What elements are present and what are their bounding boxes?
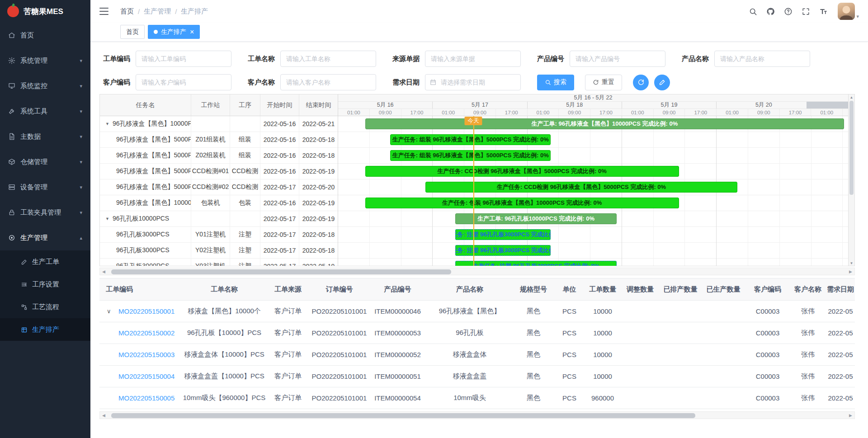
filter-field: 客户名称 [248, 74, 376, 90]
gantt-task-row[interactable]: 96孔孔板3000PCSY03注塑机注塑2022-05-172022-05-19 [100, 259, 338, 266]
scroll-right-arrow-icon[interactable]: ▶ [847, 269, 854, 274]
tab-生产排产[interactable]: 生产排产× [148, 25, 200, 39]
scroll-right-arrow-icon[interactable]: ▶ [847, 413, 854, 418]
user-menu[interactable]: ▾ [838, 3, 859, 20]
gantt-task-end: 2022-05-19 [299, 259, 338, 266]
gantt-task-row[interactable]: 96孔移液盒【黑色】5000PCSCCD检测#02CCD检测2022-05-17… [100, 179, 338, 195]
gantt-task-row[interactable]: 96孔孔板3000PCSY02注塑机注塑2022-05-172022-05-18 [100, 243, 338, 259]
gantt-task-row[interactable]: ▼96孔孔板10000PCS2022-05-172022-05-19 [100, 211, 338, 227]
breadcrumb-item[interactable]: 生产管理 [144, 7, 171, 16]
scroll-left-arrow-icon[interactable]: ◀ [100, 269, 108, 274]
sidebar-subitem-工序设置[interactable]: 工序设置 [0, 273, 90, 296]
table-hscroll-thumb[interactable] [111, 413, 695, 418]
workorder-link[interactable]: MO202205150001 [118, 307, 175, 315]
table-row[interactable]: MO202205150003移液盒盒体【10000】PCS客户订单PO20220… [99, 344, 855, 366]
gantt-task-row[interactable]: 96孔孔板3000PCSY01注塑机注塑2022-05-172022-05-18 [100, 227, 338, 243]
table-row[interactable]: MO202205150004移液盒盒盖【10000】PCS客户订单PO20220… [99, 366, 855, 387]
gantt-task-bar[interactable]: 生产任务: 包装 96孔移液盒【黑色】10000PCS 完成比例: 0% [365, 198, 679, 208]
reset-button[interactable]: 重置 [585, 75, 622, 90]
table-cell [621, 366, 660, 387]
workorder-code-cell: MO202205150003 [99, 344, 183, 365]
gantt-hscroll-thumb[interactable] [111, 269, 451, 274]
workorder-link[interactable]: MO202205150002 [118, 329, 175, 337]
gantt-task-bar[interactable]: 生产任务: 注塑 96孔孔板3000PCS 完成比例: 0% [455, 261, 616, 266]
edit-circle-button[interactable] [654, 75, 670, 90]
app-logo[interactable]: 苦糖果MES [0, 0, 90, 23]
gantt-hscroll-track[interactable] [108, 268, 847, 275]
gantt-vscroll-track[interactable] [849, 100, 854, 260]
workorder-link[interactable]: MO202205150005 [118, 394, 175, 402]
filter-input-需求日期[interactable] [425, 74, 521, 90]
help-icon[interactable] [781, 4, 795, 19]
gantt-header-scrollbar-thumb[interactable] [807, 102, 848, 108]
table-row[interactable]: MO20220515000510mm吸头【960000】PCS客户订单PO202… [99, 387, 855, 409]
collapse-menu-icon[interactable] [99, 8, 108, 15]
search-button[interactable]: 搜索 [537, 75, 574, 90]
workorder-table: 工单编码工单名称工单来源订单编号产品编号产品名称规格型号单位工单数量调整数量已排… [99, 278, 855, 409]
table-cell: 客户订单 [266, 344, 310, 365]
gantt-task-bar[interactable]: 生产任务: CCD检测 96孔移液盒【黑色】5000PCS 完成比例: 0% [365, 166, 679, 177]
gantt-task-row[interactable]: 96孔移液盒【黑色】5000PCSZ01组装机组装2022-05-162022-… [100, 132, 338, 148]
filter-input-工单编码[interactable] [136, 51, 231, 67]
sidebar-item-系统监控[interactable]: 系统监控▾ [0, 73, 90, 99]
gantt-task-row[interactable]: 96孔移液盒【黑色】5000PCSZ02组装机组装2022-05-162022-… [100, 148, 338, 164]
scroll-down-arrow-icon[interactable]: ▼ [850, 260, 854, 266]
sidebar-item-工装夹具管理[interactable]: 工装夹具管理▾ [0, 200, 90, 225]
fullscreen-icon[interactable] [799, 4, 812, 19]
collapse-triangle-icon[interactable]: ▼ [105, 217, 109, 221]
gantt-project-bar[interactable]: 生产工单: 96孔移液盒【黑色】10000PCS 完成比例: 0% [365, 118, 844, 129]
gantt-task-row[interactable]: 96孔移液盒【黑色】5000PCSCCD检测#01CCD检测2022-05-16… [100, 164, 338, 179]
table-row[interactable]: MO20220515000296孔孔板【10000】PCS客户订单PO20220… [99, 322, 855, 344]
filter-field: 需求日期 [392, 74, 521, 90]
sidebar-item-设备管理[interactable]: 设备管理▾ [0, 174, 90, 200]
tab-首页[interactable]: 首页 [120, 25, 145, 39]
workorder-link[interactable]: MO202205150003 [118, 351, 175, 358]
filter-input-产品名称[interactable] [714, 51, 810, 67]
gantt-task-row[interactable]: 96孔移液盒【黑色】10000PCS包装机包装2022-05-162022-05… [100, 195, 338, 211]
sidebar-subitem-生产排产[interactable]: 生产排产 [0, 318, 90, 341]
filter-input-来源单据[interactable] [425, 51, 521, 67]
sidebar-item-主数据[interactable]: 主数据▾ [0, 124, 90, 149]
gantt-project-bar[interactable]: 生产工单: 96孔孔板10000PCS 完成比例: 0% [455, 213, 616, 224]
expand-chevron-icon[interactable]: ∨ [107, 308, 111, 315]
gantt-vertical-scrollbar[interactable]: ▲ ▼ [848, 94, 854, 266]
table-row[interactable]: ∨MO202205150001移液盒【黑色】10000个客户订单PO202205… [99, 301, 855, 322]
collapse-triangle-icon[interactable]: ▼ [105, 122, 109, 126]
sidebar-item-仓储管理[interactable]: 仓储管理▾ [0, 149, 90, 174]
filter-input-客户名称[interactable] [280, 74, 376, 90]
gantt-task-bar[interactable]: 生产任务: CCD检测 96孔移液盒【黑色】5000PCS 完成比例: 0% [425, 182, 737, 193]
workorder-link[interactable]: MO202205150004 [118, 372, 175, 380]
sidebar-item-系统工具[interactable]: 系统工具▾ [0, 99, 90, 124]
filter-input-产品编号[interactable] [570, 51, 665, 67]
table-hscroll-track[interactable] [108, 412, 847, 419]
refresh-circle-button[interactable] [633, 75, 649, 90]
gantt-task-process: CCD检测 [230, 164, 260, 179]
scroll-up-arrow-icon[interactable]: ▲ [850, 94, 854, 100]
sidebar-item-系统管理[interactable]: 系统管理▾ [0, 48, 90, 73]
sidebar-subitem-工艺流程[interactable]: 工艺流程 [0, 296, 90, 318]
font-size-icon[interactable] [816, 4, 830, 19]
sidebar-item-生产管理[interactable]: 生产管理▴ [0, 225, 90, 250]
table-horizontal-scrollbar[interactable]: ◀ ▶ [99, 411, 855, 419]
avatar[interactable] [838, 3, 855, 20]
github-icon[interactable] [764, 4, 777, 19]
gantt-vscroll-thumb[interactable] [849, 101, 854, 195]
sidebar-item-首页[interactable]: 首页 [0, 23, 90, 48]
sidebar-subitem-label: 生产排产 [32, 325, 59, 334]
gantt-task-end: 2022-05-18 [299, 227, 338, 242]
filter-input-客户编码[interactable] [136, 74, 231, 90]
sidebar-subitem-生产工单[interactable]: 生产工单 [0, 250, 90, 273]
gantt-task-bar[interactable]: 生产任务: 注塑 96孔孔板3000PCS 完成比例: 0% [455, 245, 551, 256]
gantt-task-row[interactable]: ▼96孔移液盒【黑色】10000PCS2022-05-162022-05-21 [100, 116, 338, 132]
gantt-horizontal-scrollbar[interactable]: ◀ ▶ [99, 268, 855, 275]
breadcrumb-item[interactable]: 生产排产 [181, 7, 208, 16]
gantt-task-bar[interactable]: 生产任务: 组装 96孔移液盒【黑色】5000PCS 完成比例: 0% [390, 134, 551, 145]
table-cell: PO202205101001 [310, 344, 368, 365]
gantt-task-bar[interactable]: 生产任务: 组装 96孔移液盒【黑色】5000PCS 完成比例: 0% [390, 150, 551, 161]
search-icon[interactable] [746, 4, 760, 19]
breadcrumb-item[interactable]: 首页 [120, 7, 134, 16]
gantt-task-bar[interactable]: 生产任务: 注塑 96孔孔板3000PCS 完成比例: 0% [455, 229, 551, 240]
scroll-left-arrow-icon[interactable]: ◀ [100, 413, 108, 418]
close-icon[interactable]: × [190, 28, 194, 36]
filter-input-工单名称[interactable] [280, 51, 376, 67]
